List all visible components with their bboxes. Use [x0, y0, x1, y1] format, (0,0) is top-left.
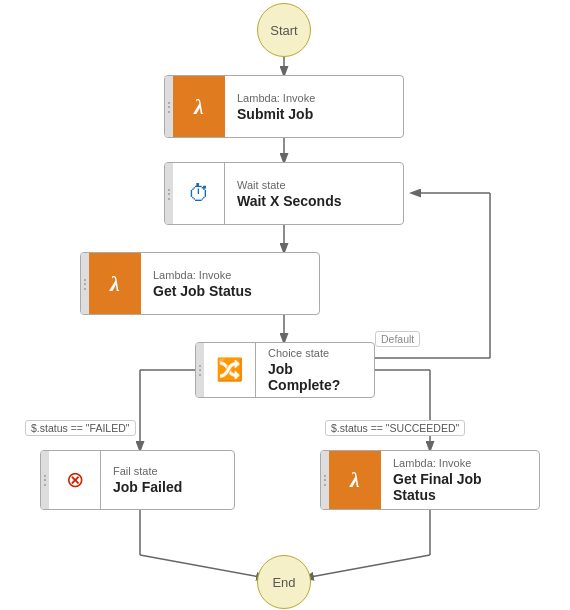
submit-job-title: Submit Job: [237, 106, 315, 122]
get-job-status-type: Lambda: Invoke: [153, 269, 252, 281]
submit-job-node[interactable]: λ Lambda: Invoke Submit Job: [164, 75, 404, 138]
job-failed-type: Fail state: [113, 465, 182, 477]
end-node: End: [257, 555, 311, 609]
get-job-status-title: Get Job Status: [153, 283, 252, 299]
succeeded-condition-label: $.status == "SUCCEEDED": [325, 420, 465, 436]
workflow-diagram: Start λ Lambda: Invoke Submit Job ⏱ Wait…: [0, 0, 570, 610]
lambda-icon: λ: [194, 94, 204, 120]
default-label: Default: [375, 331, 420, 347]
wait-state-handle[interactable]: [165, 163, 173, 224]
failed-condition-label: $.status == "FAILED": [25, 420, 136, 436]
fail-icon: ⊗: [66, 467, 84, 493]
job-failed-title: Job Failed: [113, 479, 182, 495]
lambda-icon-2: λ: [110, 271, 120, 297]
get-job-status-icon: λ: [89, 253, 141, 314]
get-final-status-icon: λ: [329, 451, 381, 509]
get-final-status-handle[interactable]: [321, 451, 329, 509]
job-complete-node[interactable]: 🔀 Choice state Job Complete?: [195, 342, 375, 398]
job-complete-icon: 🔀: [204, 343, 256, 397]
clock-icon: ⏱: [188, 181, 210, 207]
svg-line-13: [140, 555, 265, 578]
get-final-status-node[interactable]: λ Lambda: Invoke Get Final Job Status: [320, 450, 540, 510]
get-job-status-handle[interactable]: [81, 253, 89, 314]
submit-job-icon: λ: [173, 76, 225, 137]
job-complete-text: Choice state Job Complete?: [256, 342, 374, 398]
wait-state-icon: ⏱: [173, 163, 225, 224]
job-failed-text: Fail state Job Failed: [101, 459, 194, 501]
job-failed-handle[interactable]: [41, 451, 49, 509]
end-label: End: [272, 575, 295, 590]
job-failed-node[interactable]: ⊗ Fail state Job Failed: [40, 450, 235, 510]
get-final-status-type: Lambda: Invoke: [393, 457, 527, 469]
get-job-status-node[interactable]: λ Lambda: Invoke Get Job Status: [80, 252, 320, 315]
get-job-status-text: Lambda: Invoke Get Job Status: [141, 263, 264, 305]
wait-state-text: Wait state Wait X Seconds: [225, 173, 354, 215]
get-final-status-text: Lambda: Invoke Get Final Job Status: [381, 451, 539, 509]
submit-job-handle[interactable]: [165, 76, 173, 137]
job-complete-handle[interactable]: [196, 343, 204, 397]
get-final-status-title: Get Final Job Status: [393, 471, 527, 503]
job-failed-icon: ⊗: [49, 451, 101, 509]
start-node: Start: [257, 3, 311, 57]
submit-job-type: Lambda: Invoke: [237, 92, 315, 104]
choice-icon: 🔀: [216, 357, 243, 383]
lambda-icon-3: λ: [350, 467, 360, 493]
wait-state-title: Wait X Seconds: [237, 193, 342, 209]
wait-state-node[interactable]: ⏱ Wait state Wait X Seconds: [164, 162, 404, 225]
start-label: Start: [270, 23, 297, 38]
job-complete-title: Job Complete?: [268, 361, 362, 393]
job-complete-type: Choice state: [268, 347, 362, 359]
svg-line-15: [305, 555, 430, 578]
submit-job-text: Lambda: Invoke Submit Job: [225, 86, 327, 128]
wait-state-type: Wait state: [237, 179, 342, 191]
